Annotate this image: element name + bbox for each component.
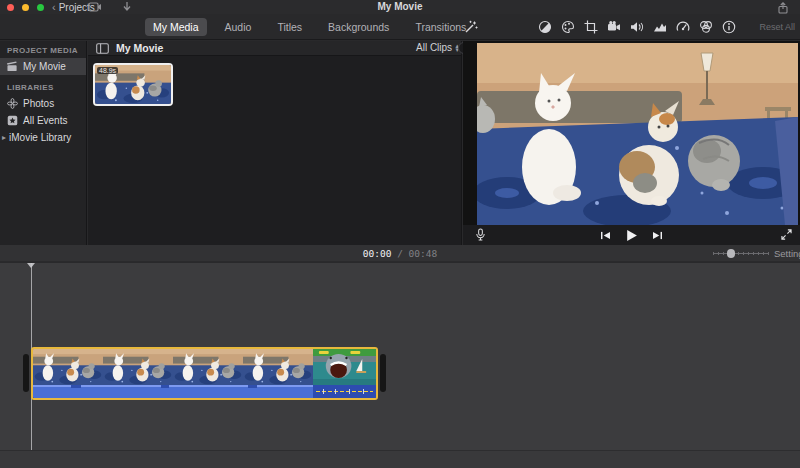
noise-reduction-icon[interactable] bbox=[653, 20, 667, 34]
sidebar-item-label: Photos bbox=[23, 98, 54, 109]
share-icon[interactable] bbox=[777, 2, 791, 14]
sidebar-item-label: All Events bbox=[23, 115, 67, 126]
media-clip-thumbnail[interactable]: 48.9s bbox=[93, 63, 173, 106]
filmstrip-frame bbox=[33, 349, 103, 385]
total-time: 00:48 bbox=[409, 248, 438, 259]
play-button[interactable] bbox=[625, 229, 638, 242]
clip-filmstrip bbox=[33, 349, 376, 385]
enhance-wand-icon[interactable] bbox=[464, 20, 478, 34]
zoom-slider-thumb[interactable] bbox=[727, 249, 735, 258]
filmstrip-frame bbox=[243, 349, 313, 385]
toolbar-row: My Media Audio Titles Backgrounds Transi… bbox=[0, 14, 800, 40]
tab-my-media[interactable]: My Media bbox=[145, 18, 207, 36]
playback-bar bbox=[463, 225, 800, 245]
all-events-star-icon bbox=[7, 115, 18, 126]
libraries-header: LIBRARIES bbox=[0, 75, 86, 95]
project-media-header: PROJECT MEDIA bbox=[0, 41, 86, 58]
tab-backgrounds[interactable]: Backgrounds bbox=[320, 18, 397, 36]
sidebar-item-photos[interactable]: Photos bbox=[0, 95, 86, 112]
crop-icon[interactable] bbox=[584, 20, 598, 34]
time-separator: / bbox=[391, 248, 408, 259]
sidebar-toggle-icon[interactable] bbox=[96, 43, 109, 54]
fullscreen-icon[interactable] bbox=[781, 229, 792, 240]
waveform-tick bbox=[335, 389, 336, 394]
waveform-dip bbox=[71, 385, 81, 388]
timecode-display: 00:00 / 00:48 bbox=[0, 245, 800, 262]
main-area: PROJECT MEDIA My Movie LIBRARIES Photos … bbox=[0, 41, 800, 245]
tab-audio[interactable]: Audio bbox=[217, 18, 260, 36]
sidebar-item-label: iMovie Library bbox=[9, 132, 71, 143]
clapperboard-icon bbox=[7, 61, 18, 72]
clip-filter-icon[interactable] bbox=[699, 20, 713, 34]
timeline-settings-button[interactable]: Settings bbox=[774, 248, 800, 259]
previous-frame-button[interactable] bbox=[600, 231, 611, 240]
viewer-panel bbox=[463, 41, 800, 245]
filmstrip-frame-shark bbox=[313, 349, 376, 385]
photos-flower-icon bbox=[7, 98, 18, 109]
waveform-tick bbox=[323, 389, 324, 394]
tab-titles[interactable]: Titles bbox=[269, 18, 310, 36]
clip-duration-badge: 48.9s bbox=[97, 67, 118, 74]
disclosure-chevron-icon[interactable]: ▸ bbox=[2, 133, 6, 142]
media-browser: My Movie All Clips ▲▼ 48.9s bbox=[88, 41, 462, 245]
timeline[interactable] bbox=[0, 263, 800, 468]
music-waveform bbox=[313, 385, 376, 398]
video-preview[interactable] bbox=[477, 43, 798, 225]
color-correction-icon[interactable] bbox=[561, 20, 575, 34]
kittens-video-frame bbox=[477, 43, 798, 225]
volume-level-line[interactable] bbox=[316, 391, 373, 392]
clip-trim-handle-right[interactable] bbox=[380, 354, 386, 392]
timeline-clip-selected[interactable] bbox=[31, 347, 378, 400]
imovie-window: ‹Projects My Movie My Media Audio Titles… bbox=[0, 0, 800, 468]
color-balance-icon[interactable] bbox=[538, 20, 552, 34]
window-title: My Movie bbox=[0, 0, 800, 14]
sidebar: PROJECT MEDIA My Movie LIBRARIES Photos … bbox=[0, 41, 87, 245]
zoom-slider-track[interactable] bbox=[713, 253, 769, 254]
volume-icon[interactable] bbox=[630, 20, 644, 34]
waveform-dip bbox=[161, 385, 169, 388]
clips-filter-label: All Clips bbox=[416, 42, 452, 53]
timeline-bottom-strip bbox=[0, 450, 800, 468]
sidebar-item-imovie-library[interactable]: ▸ iMovie Library bbox=[0, 129, 86, 146]
speed-gauge-icon[interactable] bbox=[676, 20, 690, 34]
titlebar: ‹Projects My Movie bbox=[0, 0, 800, 14]
browser-header: My Movie All Clips ▲▼ bbox=[88, 41, 461, 56]
waveform-tick bbox=[363, 389, 364, 394]
sidebar-item-my-movie[interactable]: My Movie bbox=[0, 58, 86, 75]
next-frame-button[interactable] bbox=[652, 231, 663, 240]
timeline-zoom-slider[interactable] bbox=[713, 249, 769, 258]
sidebar-item-label: My Movie bbox=[23, 61, 66, 72]
browser-title: My Movie bbox=[116, 42, 163, 54]
waveform-dip bbox=[248, 385, 257, 388]
viewer-adjust-tools bbox=[538, 20, 736, 34]
stabilization-camera-icon[interactable] bbox=[607, 20, 621, 34]
current-time: 00:00 bbox=[363, 248, 392, 259]
clips-filter-dropdown[interactable]: All Clips ▲▼ bbox=[416, 42, 460, 53]
reset-all-button[interactable]: Reset All bbox=[759, 22, 795, 32]
filmstrip-frame bbox=[103, 349, 173, 385]
waveform-tick bbox=[349, 389, 350, 394]
transport-controls bbox=[463, 225, 800, 245]
sidebar-item-all-events[interactable]: All Events bbox=[0, 112, 86, 129]
timeline-toolbar: 00:00 / 00:48 Settings bbox=[0, 245, 800, 262]
info-icon[interactable] bbox=[722, 20, 736, 34]
filmstrip-frame bbox=[173, 349, 243, 385]
clip-trim-handle-left[interactable] bbox=[23, 354, 29, 392]
media-tabs: My Media Audio Titles Backgrounds Transi… bbox=[145, 14, 474, 40]
